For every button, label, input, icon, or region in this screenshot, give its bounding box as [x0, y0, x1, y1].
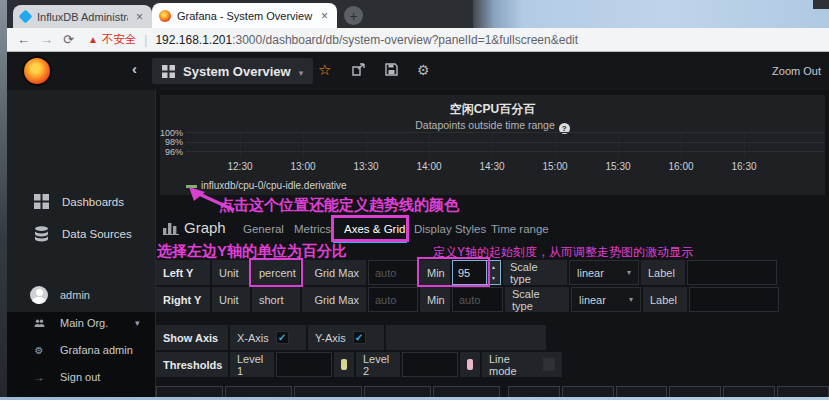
scale-value: linear [577, 267, 604, 279]
sidebar-item-dashboards[interactable]: Dashboards [7, 194, 155, 209]
right-y-row: Right Y Unit short Grid Max Min Scale ty… [156, 287, 779, 312]
x-axis-label: X-Axis [237, 332, 269, 344]
unit-select[interactable]: short [252, 287, 300, 312]
back-icon[interactable]: ← [17, 32, 30, 47]
x-tick: 13:00 [283, 161, 323, 172]
level2-input-wrap [402, 352, 458, 377]
browser-tab-strip: InfluxDB Administration × Grafana - Syst… [7, 0, 829, 28]
bar-chart-icon [163, 222, 179, 235]
tab-metrics[interactable]: Metrics [294, 223, 331, 235]
profile-label: admin [60, 289, 90, 301]
screen: InfluxDB Administration × Grafana - Syst… [0, 0, 829, 400]
new-tab-button[interactable]: + [344, 6, 363, 25]
show-axis-label: Show Axis [156, 325, 228, 350]
level2-color-swatch[interactable] [467, 359, 473, 370]
tab-display-styles[interactable]: Display Styles [414, 223, 486, 235]
tab-title: InfluxDB Administration [37, 11, 128, 23]
annotation-box-min [417, 257, 490, 287]
grid-max-input[interactable] [369, 288, 417, 311]
sidebar-item-grafana-admin[interactable]: ⚙ Grafana admin [7, 341, 155, 359]
label-label: Label [643, 287, 687, 312]
url-divider: | [144, 33, 147, 47]
dashboard-title-dropdown[interactable]: System Overview ▾ [152, 58, 313, 84]
level2-input[interactable] [403, 353, 457, 376]
annotation-box-axes-grid [331, 215, 409, 242]
label-input[interactable] [688, 261, 776, 284]
line-mode-toggle[interactable]: Line mode [482, 352, 562, 377]
grid-max-label: Grid Max [302, 287, 366, 312]
min-input[interactable] [453, 288, 502, 311]
users-icon [30, 314, 48, 332]
row-title: Right Y [156, 287, 210, 312]
show-axis-row: Show Axis X-Axis✓ Y-Axis✓ [156, 325, 562, 350]
zoom-out-button[interactable]: Zoom Out [772, 65, 821, 77]
scale-type-label: Scale type [503, 260, 567, 285]
scale-type-select[interactable]: linear▾ [569, 260, 639, 285]
star-dashboard-icon[interactable]: ☆ [318, 61, 331, 79]
y-axis-label: Y-Axis [315, 332, 346, 344]
gear-icon: ⚙ [30, 341, 48, 359]
x-axis-toggle[interactable]: X-Axis✓ [230, 325, 306, 350]
sidebar-item-org[interactable]: Main Org. ▾ [7, 314, 155, 332]
panel-title[interactable]: 空闲CPU百分百 [160, 101, 825, 118]
dashboard-settings-gear-icon[interactable]: ⚙ [417, 62, 430, 78]
gridline-v [429, 132, 430, 158]
close-tab-icon[interactable]: × [319, 9, 330, 23]
chevron-down-icon: ▾ [299, 68, 304, 78]
sidebar-item-data-sources[interactable]: Data Sources [7, 226, 155, 242]
tab-time-range[interactable]: Time range [491, 223, 549, 235]
sidebar-item-profile[interactable]: admin [7, 286, 155, 304]
browser-tab-influxdb[interactable]: InfluxDB Administration × [13, 5, 152, 28]
line-mode-checkbox[interactable] [543, 358, 555, 371]
grid-max-label: Grid Max [302, 260, 366, 285]
scale-type-select[interactable]: linear▾ [571, 287, 641, 312]
gridline-h [186, 151, 824, 152]
level1-input-wrap [276, 352, 332, 377]
browser-tab-grafana[interactable]: Grafana - System Overview × [152, 3, 337, 28]
sign-out-icon: → [30, 368, 48, 386]
panel-type-label: Graph [184, 219, 226, 236]
grid-max-input[interactable] [369, 261, 417, 284]
security-warning-icon[interactable]: ▲ [88, 34, 98, 45]
x-tick: 16:00 [661, 161, 701, 172]
y-axis-toggle[interactable]: Y-Axis✓ [308, 325, 384, 350]
sidebar-item-label: Dashboards [62, 196, 124, 208]
grafana-logo-icon[interactable] [22, 56, 52, 86]
save-dashboard-icon[interactable] [385, 63, 398, 76]
database-icon [34, 226, 49, 242]
gridline-v [303, 132, 304, 158]
url-host: 192.168.1.201 [155, 33, 232, 47]
x-axis-checkbox[interactable]: ✓ [276, 331, 289, 344]
label-input-wrap [689, 287, 779, 312]
label-input[interactable] [690, 288, 778, 311]
dashboard-grid-icon [162, 65, 175, 78]
tab-general[interactable]: General [243, 223, 284, 235]
gridline-v [366, 132, 367, 158]
grafana-favicon-icon [159, 10, 171, 22]
grid-max-input-wrap [368, 287, 418, 312]
sidebar: Dashboards Data Sources admin Main Org. … [7, 90, 156, 397]
level1-color-swatch[interactable] [341, 359, 347, 370]
unit-label: Unit [212, 260, 250, 285]
security-warning-label[interactable]: 不安全 [102, 32, 137, 47]
browser-address-bar: ← → ⟳ ▲ 不安全 | 192.168.1.201:3000/dashboa… [7, 28, 829, 52]
x-tick: 15:30 [598, 161, 638, 172]
y-axis-checkbox[interactable]: ✓ [353, 331, 366, 344]
dashboards-grid-icon [34, 194, 49, 209]
gridline-v [492, 132, 493, 158]
forward-icon[interactable]: → [40, 32, 53, 47]
y-tick: 98% [149, 137, 183, 147]
thresholds-row: Thresholds Level 1 Level 2 Line mode [156, 352, 562, 377]
close-tab-icon[interactable]: × [134, 10, 145, 24]
share-dashboard-icon[interactable] [352, 63, 366, 76]
influxdb-favicon-icon [18, 9, 32, 23]
sidebar-item-sign-out[interactable]: → Sign out [7, 368, 155, 386]
min-input-wrap [452, 287, 503, 312]
reload-icon[interactable]: ⟳ [63, 32, 74, 47]
sign-out-label: Sign out [60, 371, 100, 383]
annotation-box-percent [249, 258, 303, 287]
gridline-v [618, 132, 619, 158]
level1-input[interactable] [277, 353, 331, 376]
url-field[interactable]: 192.168.1.201:3000/dashboard/db/system-o… [155, 33, 578, 47]
collapse-sidebar-icon[interactable]: ‹ [132, 60, 137, 77]
